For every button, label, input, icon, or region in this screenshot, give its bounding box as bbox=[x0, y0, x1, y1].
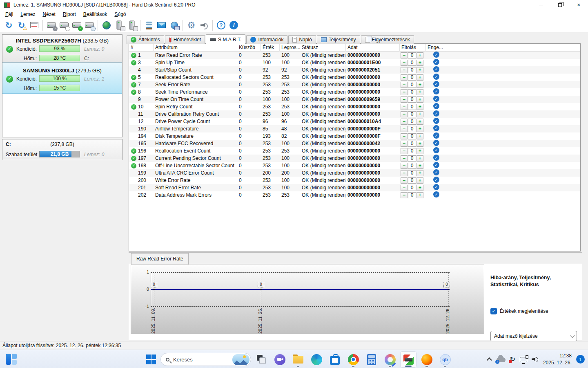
tray-expand-icon[interactable] bbox=[487, 357, 492, 363]
notes-icon[interactable] bbox=[143, 19, 155, 31]
minimize-button[interactable] bbox=[532, 0, 550, 10]
offset-decrease-button[interactable]: − bbox=[401, 170, 408, 176]
offset-decrease-button[interactable]: − bbox=[401, 126, 408, 132]
offset-increase-button[interactable]: + bbox=[416, 163, 423, 169]
offset-increase-button[interactable]: + bbox=[416, 141, 423, 147]
tab-check[interactable]: Áttekintés bbox=[127, 35, 164, 44]
table-row[interactable]: 5 Reallocated Sectors Count 0 253 253 OK… bbox=[129, 74, 580, 81]
network-tray-icon[interactable] bbox=[520, 357, 527, 362]
offset-increase-button[interactable]: + bbox=[416, 96, 423, 103]
offset-decrease-button[interactable]: − bbox=[401, 185, 408, 191]
report-window-icon[interactable] bbox=[28, 19, 40, 31]
restore-button[interactable] bbox=[550, 0, 569, 10]
offset-increase-button[interactable]: + bbox=[416, 111, 423, 117]
menu-súgó[interactable]: Súgó bbox=[111, 11, 129, 18]
table-row[interactable]: 202 Data Address Mark Errors 0 253 253 O… bbox=[129, 191, 580, 199]
table-row[interactable]: 4 Start/Stop Count 0 92 92 OK (Mindig re… bbox=[129, 66, 580, 74]
enabled-checkbox[interactable] bbox=[433, 96, 439, 102]
enabled-checkbox[interactable] bbox=[433, 88, 439, 94]
offset-decrease-button[interactable]: − bbox=[401, 52, 408, 58]
refresh-warning-icon[interactable]: ↻⚠ bbox=[15, 19, 28, 31]
offset-decrease-button[interactable]: − bbox=[401, 67, 408, 73]
enabled-checkbox[interactable] bbox=[433, 177, 439, 183]
enabled-checkbox[interactable] bbox=[433, 118, 439, 124]
edge-icon[interactable] bbox=[308, 351, 325, 368]
info-icon[interactable]: i bbox=[227, 19, 240, 31]
enabled-checkbox[interactable] bbox=[433, 132, 439, 139]
offset-increase-button[interactable]: + bbox=[416, 82, 423, 88]
offset-increase-button[interactable]: + bbox=[416, 89, 423, 95]
offset-increase-button[interactable]: + bbox=[416, 133, 423, 139]
enabled-checkbox[interactable] bbox=[433, 81, 439, 87]
enabled-checkbox[interactable] bbox=[433, 74, 439, 80]
disk-search-icon[interactable] bbox=[83, 19, 96, 31]
offset-decrease-button[interactable]: − bbox=[401, 111, 408, 117]
offset-increase-button[interactable]: + bbox=[416, 119, 423, 125]
column-header[interactable]: Legros... bbox=[280, 44, 300, 52]
menu-fájl[interactable]: Fájl bbox=[2, 11, 17, 18]
column-header[interactable]: Adat bbox=[346, 44, 400, 52]
settings-gear-icon[interactable]: ⚙ bbox=[185, 19, 198, 31]
network-disk-icon[interactable] bbox=[100, 19, 113, 31]
qbittorrent-icon[interactable]: qb bbox=[437, 351, 453, 368]
table-row[interactable]: 11 Drive Calibration Retry Count 0 253 1… bbox=[129, 110, 580, 118]
table-row[interactable]: 3 Spin Up Time 0 100 100 OK (Mindig rend… bbox=[129, 59, 580, 66]
table-row[interactable]: 8 Seek Time Performance 0 253 253 OK (Mi… bbox=[129, 88, 580, 96]
offset-increase-button[interactable]: + bbox=[416, 52, 423, 58]
table-row[interactable]: 1 Raw Read Error Rate 0 253 100 OK (Mind… bbox=[129, 52, 580, 59]
offset-decrease-button[interactable]: − bbox=[401, 163, 408, 169]
menu-nézet[interactable]: Nézet bbox=[39, 11, 59, 18]
chrome-icon[interactable] bbox=[345, 351, 361, 368]
offset-increase-button[interactable]: + bbox=[416, 60, 423, 66]
column-header[interactable]: Érték bbox=[261, 44, 280, 52]
menu-beállítások[interactable]: Beállítások bbox=[80, 11, 111, 18]
column-header[interactable]: Eltolás bbox=[400, 44, 426, 52]
help-icon[interactable]: ? bbox=[215, 19, 227, 31]
volume-icon[interactable] bbox=[532, 357, 539, 362]
enabled-checkbox[interactable] bbox=[433, 191, 439, 197]
offset-decrease-button[interactable]: − bbox=[401, 148, 408, 154]
table-row[interactable]: 196 Reallocation Event Count 0 253 253 O… bbox=[129, 147, 580, 155]
table-row[interactable]: 200 Write Error Rate 0 253 100 OK (Mindi… bbox=[129, 177, 580, 184]
disk-sound-icon[interactable]: ♪ bbox=[45, 19, 58, 31]
table-row[interactable]: 197 Current Pending Sector Count 0 253 1… bbox=[129, 155, 580, 162]
offset-increase-button[interactable]: + bbox=[416, 126, 423, 132]
clock[interactable]: 12:38 2025. 12. 26. bbox=[543, 352, 572, 366]
close-button[interactable]: × bbox=[569, 0, 588, 10]
column-header[interactable]: # bbox=[129, 44, 154, 52]
refresh-icon[interactable]: ↻ bbox=[2, 19, 15, 31]
enabled-checkbox[interactable] bbox=[433, 59, 439, 65]
offset-decrease-button[interactable]: − bbox=[401, 133, 408, 139]
offset-increase-button[interactable]: + bbox=[416, 155, 423, 162]
table-row[interactable]: 199 Ultra ATA CRC Error Count 0 200 200 … bbox=[129, 169, 580, 177]
offset-decrease-button[interactable]: − bbox=[401, 177, 408, 184]
column-header[interactable]: Attribútum bbox=[154, 44, 237, 52]
tab-pages[interactable]: Figyelmeztetések bbox=[361, 35, 414, 44]
paint-icon[interactable] bbox=[382, 351, 398, 368]
table-row[interactable]: 9 Power On Time Count 0 100 100 OK (Mind… bbox=[129, 96, 580, 103]
sound-icon[interactable] bbox=[198, 19, 210, 31]
offset-increase-button[interactable]: + bbox=[416, 170, 423, 176]
menu-riport[interactable]: Riport bbox=[59, 11, 80, 18]
show-values-checkbox[interactable] bbox=[490, 308, 497, 314]
enabled-checkbox[interactable] bbox=[433, 52, 439, 58]
enabled-checkbox[interactable] bbox=[433, 103, 439, 109]
offset-decrease-button[interactable]: − bbox=[401, 96, 408, 103]
chat-icon[interactable] bbox=[272, 351, 288, 368]
widgets-icon[interactable] bbox=[6, 354, 17, 365]
column-header[interactable]: Küszöb bbox=[237, 44, 261, 52]
firefox-icon[interactable] bbox=[419, 351, 435, 368]
offset-decrease-button[interactable]: − bbox=[401, 192, 408, 198]
enabled-checkbox[interactable] bbox=[433, 155, 439, 161]
chart-tab-raw-read-error-rate[interactable]: Raw Read Error Rate bbox=[131, 253, 189, 265]
network-status-icon[interactable] bbox=[168, 19, 180, 31]
offset-decrease-button[interactable]: − bbox=[401, 82, 408, 88]
sync-icon[interactable]: ↻ bbox=[510, 356, 515, 363]
store-icon[interactable] bbox=[327, 351, 343, 368]
column-header[interactable]: Enge... bbox=[426, 44, 446, 52]
offset-decrease-button[interactable]: − bbox=[401, 60, 408, 66]
calculator-icon[interactable] bbox=[363, 351, 380, 368]
notification-badge[interactable]: 1 bbox=[576, 355, 585, 364]
table-row[interactable]: 7 Seek Error Rate 0 253 253 OK (Mindig r… bbox=[129, 81, 580, 88]
task-view-button[interactable] bbox=[253, 351, 270, 368]
